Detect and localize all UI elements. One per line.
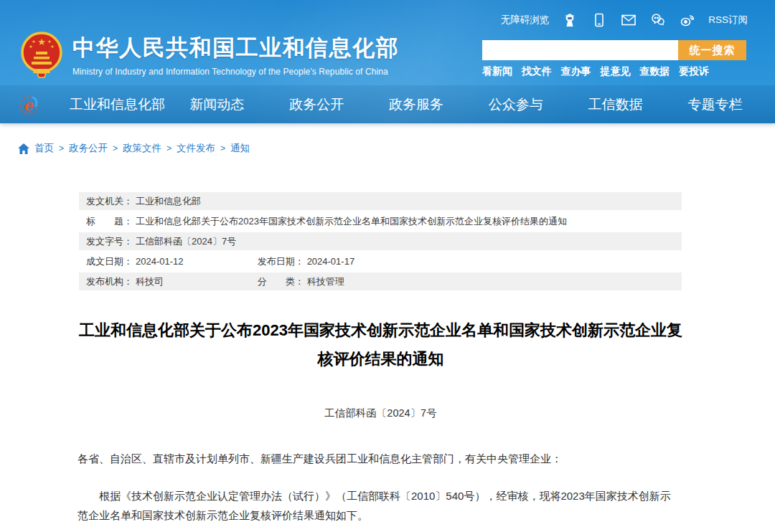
meta-value: 工业和信息化部 xyxy=(136,196,201,206)
article-paragraph-basis: 根据《技术创新示范企业认定管理办法（试行）》（工信部联科〔2010〕540号），… xyxy=(78,486,677,525)
search-input[interactable] xyxy=(482,40,678,60)
national-emblem-icon: ★ ★ ★ ★ ★ xyxy=(20,30,63,79)
home-icon[interactable] xyxy=(18,143,29,154)
quick-link-files[interactable]: 找文件 xyxy=(522,65,552,78)
meta-row-dates: 成文日期：2024-01-12 发布日期：2024-01-17 xyxy=(79,252,682,270)
article-paragraph-recipients: 各省、自治区、直辖市及计划单列市、新疆生产建设兵团工业和信息化主管部门，有关中央… xyxy=(78,449,684,468)
breadcrumb-separator: > xyxy=(113,143,118,153)
accessibility-link[interactable]: 无障碍浏览 xyxy=(501,14,550,27)
quick-link-complaint[interactable]: 要投诉 xyxy=(679,65,709,78)
meta-row-document-number: 发文字号：工信部科函〔2024〕7号 xyxy=(79,232,682,250)
weibo-icon[interactable] xyxy=(679,11,696,29)
quick-link-feedback[interactable]: 提意见 xyxy=(600,65,630,78)
svg-text:★: ★ xyxy=(37,37,46,47)
meta-label: 发文字号： xyxy=(86,236,133,247)
meta-row-issuing-authority: 发文机关：工业和信息化部 xyxy=(79,192,682,210)
search-button[interactable]: 统一搜索 xyxy=(678,40,746,60)
quick-links: 看新闻 找文件 查办事 提意见 查数据 要投诉 xyxy=(482,65,709,78)
meta-label: 标 题： xyxy=(86,216,133,227)
site-banner: 无障碍浏览 xyxy=(0,0,775,123)
meta-value: 科技司 xyxy=(136,276,164,287)
breadcrumb-document-release[interactable]: 文件发布 xyxy=(177,142,215,155)
document-meta-table: 发文机关：工业和信息化部 标 题：工业和信息化部关于公布2023年国家技术创新示… xyxy=(79,192,682,290)
meta-label: 发布日期： xyxy=(258,256,304,267)
meta-row-title: 标 题：工业和信息化部关于公布2023年国家技术创新示范企业名单和国家技术创新示… xyxy=(79,212,682,230)
svg-text:★: ★ xyxy=(47,39,51,44)
nav-item-miit-data[interactable]: 工信数据 xyxy=(565,95,665,114)
nav-item-gov-disclosure[interactable]: 政务公开 xyxy=(267,95,367,114)
meta-row-publisher-category: 发布机构：科技司 分 类：科技管理 xyxy=(79,272,682,290)
search-bar: 统一搜索 xyxy=(482,40,746,60)
site-subtitle: Ministry of Industry and Information Tec… xyxy=(72,67,399,77)
svg-text:★: ★ xyxy=(29,44,32,49)
meta-label: 发文机关： xyxy=(86,196,133,206)
meta-label: 发布机构： xyxy=(86,276,133,287)
meta-value: 工业和信息化部关于公布2023年国家技术创新示范企业名单和国家技术创新示范企业复… xyxy=(136,216,567,227)
nav-item-miit[interactable]: 工业和信息化部 xyxy=(67,95,167,114)
meta-value: 科技管理 xyxy=(307,276,344,287)
quick-link-data[interactable]: 查数据 xyxy=(639,65,670,78)
utility-bar: 无障碍浏览 xyxy=(501,11,748,29)
svg-text:★: ★ xyxy=(50,44,54,49)
quick-link-services[interactable]: 查办事 xyxy=(561,65,591,78)
quick-link-news[interactable]: 看新闻 xyxy=(482,65,512,78)
mascot-robot-icon[interactable] xyxy=(561,11,578,29)
breadcrumb-separator: > xyxy=(220,143,225,153)
site-brand: ★ ★ ★ ★ ★ 中华人民共和国工业和信息化部 Ministry of Ind… xyxy=(20,30,399,79)
rss-link[interactable]: RSS订阅 xyxy=(708,14,748,27)
meta-value: 工信部科函〔2024〕7号 xyxy=(136,236,236,247)
breadcrumb-separator: > xyxy=(59,143,64,153)
breadcrumb-gov-disclosure[interactable]: 政务公开 xyxy=(69,142,108,155)
wechat-icon[interactable] xyxy=(649,11,667,29)
main-nav: e 工业和信息化部 新闻动态 政务公开 政务服务 公众参与 工信数据 专题专栏 xyxy=(0,85,775,123)
page-root: 无障碍浏览 xyxy=(0,0,775,532)
article-body: 工业和信息化部关于公布2023年国家技术创新示范企业名单和国家技术创新示范企业复… xyxy=(78,316,684,525)
nav-item-news[interactable]: 新闻动态 xyxy=(167,95,267,114)
breadcrumb: 首页 > 政务公开 > 政策文件 > 文件发布 > 通知 xyxy=(0,123,775,155)
meta-value: 2024-01-12 xyxy=(136,256,184,267)
mobile-icon[interactable] xyxy=(591,11,608,29)
breadcrumb-notice[interactable]: 通知 xyxy=(230,142,250,155)
article-title: 工业和信息化部关于公布2023年国家技术创新示范企业名单和国家技术创新示范企业复… xyxy=(78,316,684,374)
article-doc-number: 工信部科函〔2024〕7号 xyxy=(78,407,684,420)
nav-item-public-participation[interactable]: 公众参与 xyxy=(466,95,565,114)
nav-item-special-topics[interactable]: 专题专栏 xyxy=(665,95,765,114)
nav-item-gov-services[interactable]: 政务服务 xyxy=(367,95,466,114)
miit-gear-logo-icon: e xyxy=(17,92,42,117)
site-title: 中华人民共和国工业和信息化部 xyxy=(72,33,399,63)
mail-icon[interactable] xyxy=(620,11,637,29)
meta-label: 分 类： xyxy=(258,276,304,287)
svg-text:e: e xyxy=(23,96,34,114)
breadcrumb-separator: > xyxy=(166,143,172,153)
meta-label: 成文日期： xyxy=(86,256,133,267)
svg-text:★: ★ xyxy=(32,39,35,44)
breadcrumb-policy-documents[interactable]: 政策文件 xyxy=(123,142,161,155)
breadcrumb-home[interactable]: 首页 xyxy=(34,142,54,155)
meta-value: 2024-01-17 xyxy=(307,256,355,267)
